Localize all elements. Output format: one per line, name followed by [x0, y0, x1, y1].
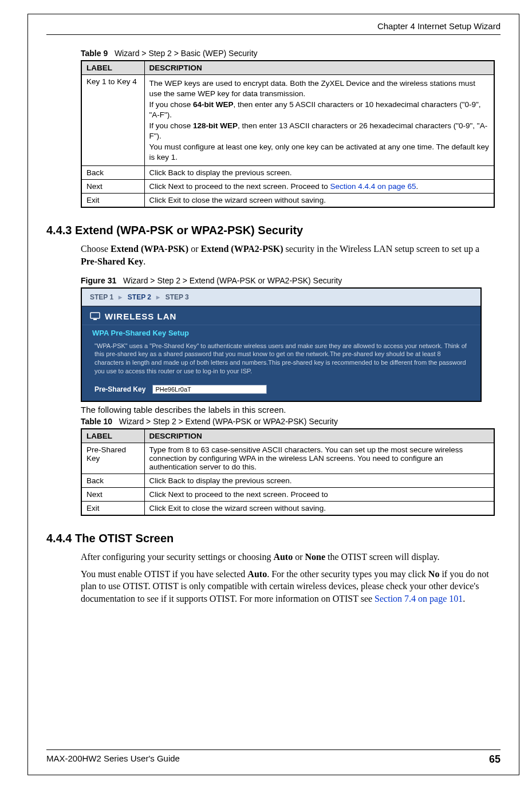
table9-exit-label: Exit — [81, 194, 144, 208]
section-4.4.4-p2: You must enable OTIST if you have select… — [81, 568, 495, 605]
text-span: Next — [168, 490, 184, 499]
cross-ref-link[interactable]: Section 4.4.4 on page 65 — [330, 182, 416, 191]
text-span: Extend (WPA-PSK) — [111, 244, 188, 254]
table10-col-label: LABEL — [81, 429, 144, 443]
wizard-subtitle: WPA Pre-Shared Key Setup — [82, 325, 480, 338]
table10-psk-desc: Type from 8 to 63 case-sensitive ASCII c… — [144, 443, 494, 474]
table10-exit-desc: Click Exit to close the wizard screen wi… — [144, 502, 494, 516]
svg-rect-0 — [90, 313, 100, 318]
table10-col-desc: DESCRIPTION — [144, 429, 494, 443]
footer-guide-name: MAX-200HW2 Series User's Guide — [46, 753, 180, 766]
wizard-step-bar: STEP 1 ▸ STEP 2 ▸ STEP 3 — [82, 289, 480, 307]
text-span: . — [143, 257, 145, 266]
table-row: Back Click Back to display the previous … — [81, 474, 494, 488]
text-span: Exit — [168, 196, 182, 204]
text-span: or — [188, 244, 200, 254]
table9: LABEL DESCRIPTION Key 1 to Key 4 The WEP… — [81, 60, 495, 208]
cross-ref-link[interactable]: Section 7.4 on page 101 — [375, 594, 463, 603]
text-span: If you chose — [149, 121, 194, 130]
text-span: . For the other security types you may c… — [267, 569, 428, 579]
psk-label: Pre-Shared Key — [94, 385, 145, 393]
table10-psk-label: Pre-Shared Key — [81, 443, 144, 474]
footer-page-number: 65 — [489, 753, 501, 766]
text-span: to display the previous screen. — [186, 168, 292, 177]
figure31-caption: Figure 31 Wizard > Step 2 > Extend (WPA-… — [81, 276, 495, 285]
table10-back-desc: Click Back to display the previous scree… — [144, 474, 494, 488]
table9-caption-prefix: Table 9 — [81, 49, 108, 58]
text-span: to display the previous screen. — [186, 476, 292, 485]
text-span: the OTIST screen will display. — [325, 552, 440, 562]
table10-caption: Table 10 Wizard > Step 2 > Extend (WPA-P… — [81, 417, 495, 426]
monitor-icon — [90, 312, 100, 320]
table9-back-label: Back — [81, 166, 144, 180]
table9-col-desc: DESCRIPTION — [144, 61, 494, 75]
text-span: . — [416, 182, 419, 191]
table10-header-row: LABEL DESCRIPTION — [81, 429, 494, 443]
table-row: Pre-Shared Key Type from 8 to 63 case-se… — [81, 443, 494, 474]
figure31-caption-text: Wizard > Step 2 > Extend (WPA-PSK or WPA… — [123, 276, 342, 285]
text-span: Click — [149, 196, 168, 204]
table9-caption-text: Wizard > Step 2 > Basic (WEP) Security — [115, 49, 258, 58]
table-row: Back Click Back to display the previous … — [81, 166, 494, 180]
section-4.4.3-heading: 4.4.3 Extend (WPA-PSK or WPA2-PSK) Secur… — [46, 224, 495, 237]
psk-input[interactable] — [152, 385, 267, 394]
table-row: Exit Click Exit to close the wizard scre… — [81, 502, 494, 516]
section-4.4.4-heading: 4.4.4 The OTIST Screen — [46, 532, 495, 545]
table9-header-row: LABEL DESCRIPTION — [81, 61, 494, 75]
table-row: Next Click Next to proceed to the next s… — [81, 488, 494, 502]
table-row: Exit Click Exit to close the wizard scre… — [81, 194, 494, 208]
figure31-screenshot: STEP 1 ▸ STEP 2 ▸ STEP 3 WIRELESS LAN WP… — [81, 287, 482, 402]
table10-caption-prefix: Table 10 — [81, 417, 112, 426]
table9-key-desc: The WEP keys are used to encrypt data. B… — [144, 75, 494, 166]
text-span: 128-bit WEP — [193, 121, 238, 130]
text-span: 64-bit WEP — [193, 100, 234, 109]
text-span: Click — [149, 476, 168, 485]
table9-next-desc: Click Next to proceed to the next screen… — [144, 180, 494, 194]
page-frame: Chapter 4 Internet Setup Wizard Table 9 … — [27, 14, 519, 775]
table9-next-label: Next — [81, 180, 144, 194]
table10-next-desc: Click Next to proceed to the next screen… — [144, 488, 494, 502]
text-span: None — [305, 552, 325, 562]
step2-label: STEP 2 — [128, 293, 151, 301]
wizard-body-text: "WPA-PSK" uses a "Pre-Shared Key" to aut… — [82, 338, 480, 381]
table9-exit-desc: Click Exit to close the wizard screen wi… — [144, 194, 494, 208]
text-span: Choose — [81, 244, 111, 254]
table9-key-p4: You must configure at least one key, onl… — [149, 142, 490, 162]
text-span: Click — [149, 182, 168, 191]
text-span: Pre-Shared Key — [81, 257, 143, 266]
text-span: Extend (WPA2-PSK) — [200, 244, 283, 254]
table-row: Key 1 to Key 4 The WEP keys are used to … — [81, 75, 494, 166]
table10-exit-label: Exit — [81, 502, 144, 516]
text-span: Click — [149, 490, 168, 499]
text-span: If you chose — [149, 100, 194, 109]
psk-row: Pre-Shared Key — [82, 381, 480, 401]
table10-next-label: Next — [81, 488, 144, 502]
text-span: Back — [168, 168, 186, 177]
table9-caption: Table 9 Wizard > Step 2 > Basic (WEP) Se… — [81, 49, 495, 58]
text-span: to close the wizard screen without savin… — [181, 196, 326, 204]
arrow-icon: ▸ — [119, 293, 122, 301]
table10-caption-text: Wizard > Step 2 > Extend (WPA-PSK or WPA… — [119, 417, 338, 426]
table9-col-label: LABEL — [81, 61, 144, 75]
text-span: You must enable OTIST if you have select… — [81, 569, 247, 579]
table9-key-p1: The WEP keys are used to encrypt data. B… — [149, 78, 490, 98]
content-area: Table 9 Wizard > Step 2 > Basic (WEP) Se… — [46, 45, 501, 749]
text-span: to proceed to the next screen. Proceed t… — [184, 490, 328, 499]
text-span: Auto — [273, 552, 293, 562]
text-span: to proceed to the next screen. Proceed t… — [184, 182, 330, 191]
text-span: to close the wizard screen without savin… — [181, 504, 326, 512]
text-span: Back — [168, 476, 186, 485]
step1-label: STEP 1 — [90, 293, 113, 301]
arrow-icon: ▸ — [156, 293, 160, 301]
text-span: or — [293, 552, 305, 562]
text-span: No — [428, 569, 440, 579]
text-span: After configuring your security settings… — [81, 552, 273, 562]
table9-key-p2: If you chose 64-bit WEP, then enter any … — [149, 100, 490, 120]
wizard-title-text: WIRELESS LAN — [105, 311, 176, 321]
text-span: Click — [149, 504, 168, 512]
text-span: security in the Wireless LAN setup scree… — [283, 244, 480, 254]
table9-key-p3: If you chose 128-bit WEP, then enter 13 … — [149, 121, 490, 141]
table9-key-label: Key 1 to Key 4 — [81, 75, 144, 166]
table10-intro: The following table describes the labels… — [81, 404, 495, 416]
step3-label: STEP 3 — [165, 293, 189, 301]
